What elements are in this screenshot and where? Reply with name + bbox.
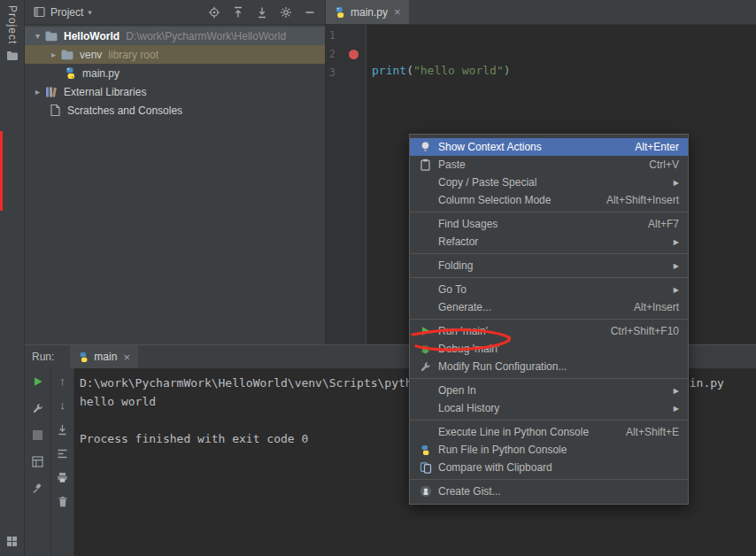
- icon-spacer: [416, 282, 435, 297]
- menu-item-label: Generate...: [438, 301, 491, 313]
- menu-item-label: Go To: [438, 283, 467, 296]
- close-tab-icon[interactable]: ×: [394, 5, 401, 19]
- bottom-tool-window-button[interactable]: [0, 536, 24, 547]
- project-tree: ▾ HelloWorld D:\work\PycharmWork\HelloWo…: [25, 25, 325, 120]
- menu-item-label: Paste: [438, 158, 466, 171]
- tree-row-scratches[interactable]: Scratches and Consoles: [25, 101, 325, 120]
- tree-row-external-libraries[interactable]: ▸ External Libraries: [25, 82, 325, 101]
- menu-separator: [410, 212, 688, 212]
- tab-main-py[interactable]: main.py ×: [326, 0, 409, 24]
- menu-item-label: Folding: [438, 259, 473, 272]
- menu-item-shortcut: Alt+Shift+E: [605, 426, 679, 438]
- menu-item-shortcut: Alt+Shift+Insert: [585, 194, 679, 206]
- menu-item-shortcut: Ctrl+Shift+F10: [590, 325, 679, 337]
- menu-item-create-gist[interactable]: Create Gist...: [410, 483, 688, 500]
- run-tab-main[interactable]: main ×: [70, 345, 138, 368]
- submenu-arrow-icon: ▶: [674, 179, 679, 187]
- menu-item-shortcut: Alt+Enter: [613, 141, 679, 153]
- close-tab-icon[interactable]: ×: [123, 351, 130, 364]
- library-icon: [43, 85, 59, 99]
- gear-icon[interactable]: [280, 6, 292, 19]
- wrench-icon[interactable]: [32, 402, 43, 414]
- tree-row-venv[interactable]: ▸ venv library root: [25, 45, 325, 64]
- line-number: 1: [326, 27, 366, 45]
- icon-spacer: [416, 425, 435, 439]
- code-token-print: print: [372, 64, 406, 77]
- chevron-down-icon[interactable]: ▾: [32, 31, 43, 41]
- folder-icon: [43, 29, 59, 43]
- menu-item-run-main[interactable]: Run 'main' Ctrl+Shift+F10: [410, 322, 688, 340]
- menu-separator: [410, 277, 688, 278]
- menu-item-shortcut: Alt+Insert: [613, 301, 679, 313]
- pin-icon[interactable]: [32, 482, 43, 494]
- chevron-right-icon[interactable]: ▸: [48, 50, 59, 59]
- expand-all-icon[interactable]: [232, 6, 244, 19]
- soft-wrap-icon[interactable]: [57, 447, 68, 459]
- icon-spacer: [416, 300, 435, 314]
- menu-item-compare-with-clipboard[interactable]: Compare with Clipboard: [410, 459, 688, 476]
- locate-file-icon[interactable]: [208, 6, 220, 19]
- tab-label: main.py: [351, 6, 388, 19]
- trash-icon[interactable]: [58, 495, 68, 507]
- restore-layout-icon[interactable]: [32, 455, 43, 467]
- menu-item-label: Local History: [438, 402, 499, 414]
- menu-item-open-in[interactable]: Open In ▶: [410, 382, 688, 399]
- project-panel-title[interactable]: Project: [50, 6, 83, 19]
- project-panel-toolbar: [208, 6, 316, 19]
- tree-row-helloworld[interactable]: ▾ HelloWorld D:\work\PycharmWork\HelloWo…: [25, 27, 325, 45]
- menu-item-label: Refactor: [438, 236, 478, 248]
- tree-item-name: main.py: [82, 67, 120, 80]
- menu-item-copy-paste-special[interactable]: Copy / Paste Special ▶: [410, 174, 688, 191]
- menu-item-modify-run-configuration[interactable]: Modify Run Configuration...: [410, 358, 688, 375]
- menu-item-refactor[interactable]: Refactor ▶: [410, 233, 688, 251]
- menu-item-folding[interactable]: Folding ▶: [410, 257, 688, 274]
- editor-gutter[interactable]: 1 2 3: [326, 25, 366, 344]
- menu-item-shortcut: Alt+F7: [627, 218, 679, 230]
- grid-icon: [6, 536, 18, 547]
- breakpoint-dot[interactable]: [349, 50, 359, 59]
- menu-item-show-context-actions[interactable]: Show Context Actions Alt+Enter: [410, 138, 688, 156]
- tree-row-main-py[interactable]: main.py: [25, 64, 325, 82]
- python-file-icon: [78, 351, 89, 363]
- menu-separator: [410, 319, 688, 320]
- tree-item-name: HelloWorld: [64, 30, 120, 42]
- icon-spacer: [416, 235, 435, 249]
- menu-item-label: Compare with Clipboard: [438, 461, 552, 474]
- menu-item-run-file-in-python-console[interactable]: Run File in Python Console: [410, 441, 688, 459]
- submenu-arrow-icon: ▶: [674, 238, 679, 246]
- python-file-icon: [62, 66, 78, 80]
- scroll-to-end-icon[interactable]: [57, 423, 68, 436]
- menu-item-shortcut: Ctrl+V: [628, 158, 679, 171]
- run-tab-label: main: [94, 351, 117, 363]
- rerun-icon[interactable]: [33, 375, 43, 388]
- arrow-up-icon[interactable]: ↑: [59, 375, 66, 388]
- print-icon[interactable]: [57, 471, 68, 483]
- menu-item-label: Debug 'main': [438, 343, 499, 355]
- menu-item-find-usages[interactable]: Find Usages Alt+F7: [410, 215, 688, 233]
- menu-item-generate[interactable]: Generate... Alt+Insert: [410, 298, 688, 316]
- menu-item-execute-line-in-python-console[interactable]: Execute Line in Python Console Alt+Shift…: [410, 423, 688, 441]
- folder-icon: [6, 50, 19, 61]
- chevron-down-icon[interactable]: ▾: [88, 8, 92, 17]
- submenu-arrow-icon: ▶: [674, 286, 679, 294]
- tree-item-name: venv: [80, 49, 102, 61]
- run-toolbar-console: ↑ ↓: [51, 368, 74, 556]
- project-tool-window-button[interactable]: Project: [0, 5, 24, 61]
- hide-panel-icon[interactable]: [304, 6, 316, 19]
- menu-item-label: Modify Run Configuration...: [438, 360, 567, 373]
- run-toolbar-left: [25, 368, 51, 556]
- stop-icon[interactable]: [33, 429, 42, 441]
- arrow-down-icon[interactable]: ↓: [59, 399, 66, 412]
- bug-icon: [416, 342, 435, 356]
- menu-item-go-to[interactable]: Go To ▶: [410, 281, 688, 298]
- menu-item-paste[interactable]: Paste Ctrl+V: [410, 156, 688, 174]
- menu-item-local-history[interactable]: Local History ▶: [410, 399, 688, 417]
- tool-window-icon: [34, 6, 45, 18]
- menu-item-column-selection-mode[interactable]: Column Selection Mode Alt+Shift+Insert: [410, 191, 688, 209]
- chevron-right-icon[interactable]: ▸: [32, 87, 43, 97]
- line-number: 2: [326, 45, 366, 64]
- paste-icon: [416, 158, 435, 172]
- collapse-all-icon[interactable]: [256, 6, 268, 19]
- icon-spacer: [416, 401, 435, 415]
- menu-item-debug-main[interactable]: Debug 'main': [410, 340, 688, 358]
